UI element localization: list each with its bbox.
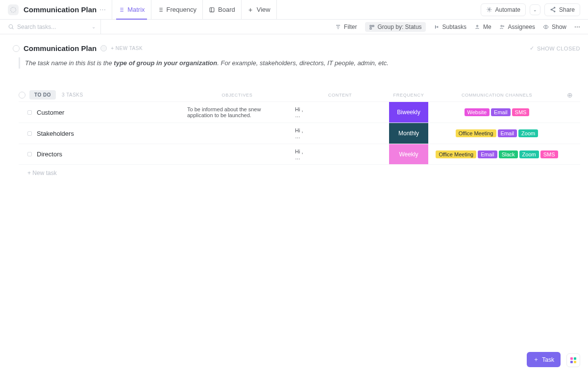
apps-icon	[570, 357, 576, 363]
task-name[interactable]: Stakeholders	[37, 130, 74, 137]
share-button[interactable]: Share	[544, 3, 580, 16]
view-label: Matrix	[127, 6, 145, 13]
automate-dropdown[interactable]: ⌄	[530, 4, 540, 15]
svg-point-6	[9, 25, 13, 28]
plus-icon: ＋	[533, 355, 539, 364]
edit-list-icon[interactable]	[100, 45, 107, 51]
column-headers: OBJECTIVES CONTENT FREQUENCY COMMUNICATI…	[183, 91, 580, 99]
add-task-button[interactable]: + New task	[27, 170, 580, 176]
svg-point-3	[554, 7, 555, 8]
task-grid: To be informed about the snew applicatio…	[183, 102, 580, 123]
status-square[interactable]	[27, 110, 32, 115]
eye-icon	[543, 24, 549, 30]
channels-cell[interactable]: Office MeetingEmailZoom	[428, 127, 565, 139]
filter-label: Filter	[344, 24, 357, 30]
users-icon	[499, 24, 506, 30]
content-cell[interactable]: Hi ,…	[291, 103, 389, 121]
svg-point-5	[554, 11, 555, 12]
board-icon	[209, 6, 215, 13]
list-icon	[157, 6, 164, 13]
view-tab-matrix[interactable]: Matrix	[112, 0, 151, 19]
svg-point-11	[501, 25, 502, 26]
task-name[interactable]: Customer	[37, 109, 64, 116]
status-chip[interactable]: TO DO	[29, 90, 56, 100]
status-square[interactable]	[27, 152, 32, 156]
task-count: 3 TASKS	[62, 92, 83, 98]
subtasks-button[interactable]: Subtasks	[434, 24, 466, 30]
workspace-title: Communication Plan	[24, 5, 97, 14]
user-icon	[474, 24, 481, 30]
list-description: The task name in this list is the type o…	[19, 57, 580, 69]
toolbar: ⌄ Filter Group by: Status Subtasks Me As…	[0, 20, 588, 34]
channel-tag[interactable]: Slack	[499, 150, 518, 158]
search-input[interactable]	[17, 24, 76, 30]
col-objectives[interactable]: OBJECTIVES	[183, 93, 291, 98]
channel-tag[interactable]: Office Meeting	[456, 129, 496, 137]
view-label: Frequency	[167, 6, 196, 13]
channel-tag[interactable]: Email	[478, 150, 497, 158]
automate-icon	[486, 6, 492, 13]
svg-point-4	[551, 9, 552, 10]
channel-tag[interactable]: Email	[491, 108, 511, 116]
fab-apps[interactable]	[566, 353, 580, 367]
channel-tag[interactable]: SMS	[540, 150, 558, 158]
search-container: ⌄	[8, 20, 101, 34]
view-tabs: MatrixFrequencyBoard+View	[112, 0, 276, 19]
groupby-button[interactable]: Group by: Status	[365, 22, 426, 32]
view-tab-board[interactable]: Board	[203, 0, 242, 19]
task-row[interactable]: StakeholdersHi ,…MonthlyOffice MeetingEm…	[19, 123, 580, 144]
task-name[interactable]: Directors	[37, 150, 62, 158]
frequency-cell[interactable]: Biweekly	[389, 102, 428, 123]
workspace-menu[interactable]: ⋯	[99, 6, 106, 13]
channel-tag[interactable]: Email	[498, 129, 517, 137]
topbar: Communication Plan ⋯ MatrixFrequencyBoar…	[0, 0, 588, 20]
fab-new-task[interactable]: ＋ Task	[527, 352, 561, 367]
channels-cell[interactable]: WebsiteEmailSMS	[428, 106, 565, 118]
content-cell[interactable]: Hi ,…	[291, 125, 389, 142]
col-content[interactable]: CONTENT	[291, 93, 389, 98]
collapse-icon[interactable]	[13, 45, 20, 52]
objectives-cell[interactable]	[183, 151, 291, 157]
svg-point-12	[503, 25, 504, 26]
view-tab-view[interactable]: +View	[242, 0, 277, 19]
task-row[interactable]: CustomerTo be informed about the snew ap…	[19, 101, 580, 123]
channel-tag[interactable]: Zoom	[518, 129, 538, 137]
more-button[interactable]: ⋯	[574, 24, 580, 30]
search-icon	[8, 24, 14, 30]
show-closed-button[interactable]: ✓ SHOW CLOSED	[530, 45, 580, 51]
group-collapse-icon[interactable]	[19, 92, 25, 99]
objectives-cell[interactable]: To be informed about the snew applicatio…	[183, 103, 291, 121]
content-cell[interactable]: Hi ,…	[291, 146, 389, 163]
frequency-cell[interactable]: Monthly	[389, 123, 428, 144]
channels-cell[interactable]: Office MeetingEmailSlackZoomSMS	[428, 149, 565, 160]
col-frequency[interactable]: FREQUENCY	[389, 93, 428, 98]
channel-tag[interactable]: SMS	[512, 108, 530, 116]
view-label: Board	[218, 6, 235, 13]
me-button[interactable]: Me	[474, 24, 491, 30]
subtasks-icon	[434, 24, 440, 30]
task-list: CustomerTo be informed about the snew ap…	[13, 101, 580, 165]
automate-button[interactable]: Automate	[481, 3, 526, 16]
chevron-down-icon[interactable]: ⌄	[92, 24, 96, 29]
list-title[interactable]: Communication Plan	[24, 44, 97, 52]
task-row[interactable]: DirectorsHi ,…WeeklyOffice MeetingEmailS…	[19, 144, 580, 165]
new-task-header[interactable]: + NEW TASK	[111, 46, 143, 51]
view-tab-frequency[interactable]: Frequency	[151, 0, 203, 19]
frequency-cell[interactable]: Weekly	[389, 144, 428, 164]
workspace-icon[interactable]	[8, 4, 19, 15]
channel-tag[interactable]: Office Meeting	[436, 150, 476, 158]
col-channels[interactable]: COMMUNICATION CHANNELS	[428, 93, 565, 98]
status-square[interactable]	[27, 131, 32, 136]
add-column-button[interactable]: ⊕	[565, 91, 580, 99]
subtasks-label: Subtasks	[442, 24, 466, 30]
desc-post: . For example, stakeholders, directors, …	[217, 59, 389, 67]
show-button[interactable]: Show	[543, 24, 566, 30]
filter-button[interactable]: Filter	[335, 24, 357, 30]
channel-tag[interactable]: Zoom	[519, 150, 539, 158]
objectives-cell[interactable]	[183, 130, 291, 136]
filter-icon	[335, 24, 342, 30]
assignees-button[interactable]: Assignees	[499, 24, 535, 30]
task-left: Customer	[19, 102, 168, 123]
list-icon	[118, 6, 124, 13]
channel-tag[interactable]: Website	[465, 108, 490, 116]
